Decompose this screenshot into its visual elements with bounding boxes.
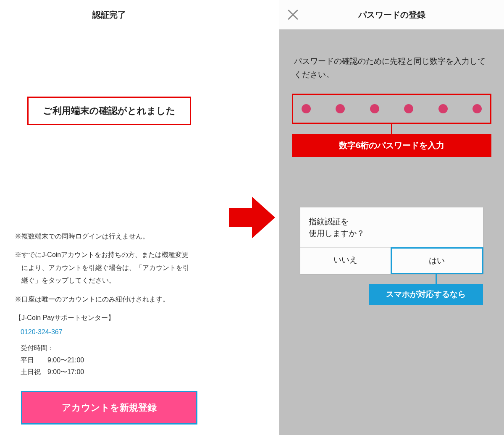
pin-dot (472, 104, 482, 113)
callout-connector-blue (436, 274, 437, 284)
close-icon[interactable] (287, 9, 299, 21)
password-instruction: パスワードの確認のために先程と同じ数字を入力してください。 (279, 29, 504, 82)
arrow-right-icon (227, 192, 277, 243)
content-left: ご利用端末の確認がとれました ※複数端末での同時ログインは行えません。 ※すでに… (0, 29, 218, 435)
note-inherit: ※すでにJ-Coinアカウントをお持ちの方、または機種変更 により、アカウントを… (15, 249, 204, 287)
fingerprint-callout: スマホが対応するなら (369, 284, 483, 305)
register-new-account-button[interactable]: アカウントを新規登録 (21, 391, 197, 425)
svg-marker-0 (229, 197, 275, 238)
dialog-no-button[interactable]: いいえ (300, 248, 391, 274)
pin-dot (438, 104, 448, 113)
note-account-unique: ※口座は唯一のアカウントにのみ紐付けされます。 (15, 293, 204, 306)
pin-input[interactable] (292, 94, 491, 124)
page-title-left: 認証完了 (0, 0, 218, 29)
page-title-right: パスワードの登録 (358, 9, 425, 21)
header-right: パスワードの登録 (279, 0, 504, 29)
fingerprint-dialog: 指紋認証を 使用しますか？ いいえ はい (300, 207, 483, 274)
device-confirmed-message: ご利用端末の確認がとれました (27, 97, 191, 125)
pin-dot (404, 104, 413, 113)
pin-dot (370, 104, 379, 113)
support-center-label: 【J-Coin Payサポートセンター】 (15, 312, 204, 324)
support-phone-link[interactable]: 0120-324-367 (15, 326, 204, 338)
support-hours: 受付時間： 平日 9:00〜21:00 土日祝 9:00〜17:00 (15, 342, 204, 378)
pin-callout: 数字6桁のパスワードを入力 (292, 134, 491, 157)
notes-block: ※複数端末での同時ログインは行えません。 ※すでにJ-Coinアカウントをお持ち… (15, 230, 204, 378)
dialog-message: 指紋認証を 使用しますか？ (300, 207, 483, 247)
note-multi-device: ※複数端末での同時ログインは行えません。 (15, 230, 204, 243)
dialog-yes-button[interactable]: はい (391, 247, 484, 274)
callout-connector (391, 124, 392, 134)
dialog-buttons: いいえ はい (300, 247, 483, 274)
pin-dot (336, 104, 345, 113)
pin-dot (302, 104, 311, 113)
screen-auth-complete: 認証完了 ご利用端末の確認がとれました ※複数端末での同時ログインは行えません。… (0, 0, 218, 435)
screen-password-register: パスワードの登録 パスワードの確認のために先程と同じ数字を入力してください。 数… (279, 0, 504, 435)
